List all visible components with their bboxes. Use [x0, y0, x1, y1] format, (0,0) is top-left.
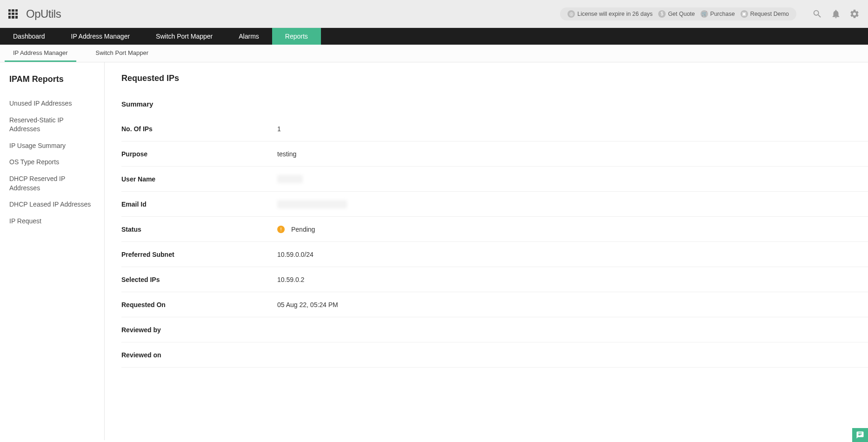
topbar: OpUtils ◎ License will expire in 26 days…	[0, 0, 868, 28]
status-pending-icon: !	[277, 226, 285, 233]
sidebar: IPAM Reports Unused IP Addresses Reserve…	[0, 62, 105, 440]
summary-label: No. Of IPs	[121, 125, 277, 133]
summary-label: Requested On	[121, 301, 277, 308]
nav-switch-port-mapper[interactable]: Switch Port Mapper	[143, 28, 226, 45]
summary-label: Preferred Subnet	[121, 251, 277, 258]
gear-icon[interactable]	[849, 9, 860, 19]
summary-label: Email Id	[121, 201, 277, 208]
purchase-label: Purchase	[710, 11, 735, 17]
summary-row: User Namexxxxxx	[121, 167, 868, 192]
nav-dashboard[interactable]: Dashboard	[0, 28, 58, 45]
nav-alarms[interactable]: Alarms	[226, 28, 272, 45]
summary-label: Reviewed by	[121, 326, 277, 334]
cart-icon: 🛒	[701, 10, 708, 18]
feedback-fab[interactable]	[852, 428, 868, 442]
summary-row: Requested On05 Aug 22, 05:24 PM	[121, 292, 868, 317]
summary-row: Preferred Subnet10.59.0.0/24	[121, 242, 868, 267]
summary-row: Selected IPs10.59.0.2	[121, 267, 868, 292]
summary-value: testing	[277, 150, 296, 158]
info-icon: ◎	[568, 10, 575, 18]
summary-row: Email Idxxxxxxxxxxxxxxxxxxxx	[121, 192, 868, 217]
bell-icon[interactable]	[831, 9, 841, 19]
summary-label: User Name	[121, 175, 277, 183]
sidebar-item-unused-ip[interactable]: Unused IP Addresses	[9, 95, 95, 112]
summary-value: 05 Aug 22, 05:24 PM	[277, 301, 338, 308]
subtab-switch-port-mapper[interactable]: Switch Port Mapper	[87, 45, 157, 62]
get-quote-link[interactable]: $ Get Quote	[655, 9, 698, 19]
summary-row: Reviewed on	[121, 342, 868, 368]
redacted-value: xxxxxx	[277, 175, 303, 183]
redacted-value: xxxxxxxxxxxxxxxxxxxx	[277, 200, 347, 208]
license-action-pill: ◎ License will expire in 26 days $ Get Q…	[560, 7, 796, 20]
sidebar-item-dhcp-reserved[interactable]: DHCP Reserved IP Addresses	[9, 171, 95, 196]
summary-row: No. Of IPs1	[121, 116, 868, 141]
dollar-icon: $	[658, 10, 666, 18]
summary-value: 10.59.0.2	[277, 276, 304, 283]
nav-ip-address-manager[interactable]: IP Address Manager	[58, 28, 143, 45]
demo-icon: ▣	[741, 10, 748, 18]
sidebar-item-ip-request[interactable]: IP Request	[9, 213, 95, 230]
nav-reports[interactable]: Reports	[272, 28, 321, 45]
license-expiry[interactable]: ◎ License will expire in 26 days	[565, 9, 655, 19]
sidebar-title: IPAM Reports	[9, 74, 95, 84]
main-nav: Dashboard IP Address Manager Switch Port…	[0, 28, 868, 45]
apps-grid-icon[interactable]	[8, 9, 18, 19]
summary-label: Status	[121, 226, 277, 233]
summary-label: Purpose	[121, 150, 277, 158]
summary-value: 10.59.0.0/24	[277, 251, 314, 258]
section-title: Summary	[121, 100, 868, 108]
sub-tabs: IP Address Manager Switch Port Mapper	[0, 45, 868, 62]
status-text: Pending	[291, 226, 315, 233]
request-demo-label: Request Demo	[750, 11, 789, 17]
summary-label: Reviewed on	[121, 351, 277, 359]
subtab-ip-address-manager[interactable]: IP Address Manager	[5, 45, 76, 62]
summary-row: Purposetesting	[121, 141, 868, 167]
brand-title: OpUtils	[26, 7, 61, 20]
purchase-link[interactable]: 🛒 Purchase	[698, 9, 738, 19]
license-expiry-text: License will expire in 26 days	[577, 11, 653, 17]
summary-value: xxxxxx	[277, 175, 303, 183]
summary-value: 1	[277, 125, 281, 133]
sidebar-item-os-type-reports[interactable]: OS Type Reports	[9, 154, 95, 171]
summary-label: Selected IPs	[121, 276, 277, 283]
summary-value: xxxxxxxxxxxxxxxxxxxx	[277, 200, 347, 208]
sidebar-item-dhcp-leased[interactable]: DHCP Leased IP Addresses	[9, 196, 95, 213]
search-icon[interactable]	[812, 9, 822, 19]
content-area: Requested IPs Summary No. Of IPs1Purpose…	[105, 62, 868, 440]
sidebar-item-reserved-static[interactable]: Reserved-Static IP Addresses	[9, 112, 95, 138]
summary-row: Reviewed by	[121, 317, 868, 342]
summary-row: Status!Pending	[121, 217, 868, 242]
get-quote-label: Get Quote	[668, 11, 695, 17]
sidebar-item-ip-usage-summary[interactable]: IP Usage Summary	[9, 138, 95, 154]
request-demo-link[interactable]: ▣ Request Demo	[738, 9, 792, 19]
summary-value: !Pending	[277, 226, 315, 233]
page-title: Requested IPs	[121, 74, 868, 83]
